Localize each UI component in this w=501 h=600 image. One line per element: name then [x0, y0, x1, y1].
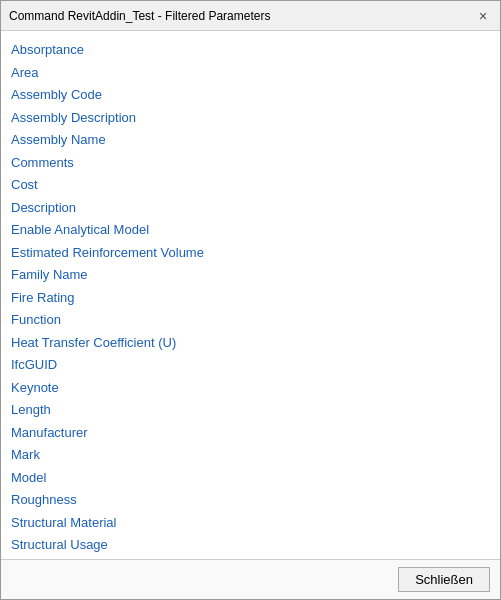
list-item[interactable]: Keynote [11, 377, 490, 399]
list-item[interactable]: Assembly Name [11, 129, 490, 151]
title-bar: Command RevitAddin_Test - Filtered Param… [1, 1, 500, 31]
window-close-button[interactable]: × [474, 7, 492, 25]
list-item[interactable]: Assembly Description [11, 107, 490, 129]
list-item[interactable]: Manufacturer [11, 422, 490, 444]
list-item[interactable]: Fire Rating [11, 287, 490, 309]
list-item[interactable]: Family Name [11, 264, 490, 286]
list-item[interactable]: Area [11, 62, 490, 84]
list-item[interactable]: Mark [11, 444, 490, 466]
parameter-list: AbsorptanceAreaAssembly CodeAssembly Des… [11, 39, 490, 559]
list-item[interactable]: Roughness [11, 489, 490, 511]
list-item[interactable]: Heat Transfer Coefficient (U) [11, 332, 490, 354]
window-title: Command RevitAddin_Test - Filtered Param… [9, 9, 270, 23]
list-item[interactable]: Structural Material [11, 512, 490, 534]
list-item[interactable]: Length [11, 399, 490, 421]
list-item[interactable]: Structural Usage [11, 534, 490, 556]
list-item[interactable]: Comments [11, 152, 490, 174]
content-area: AbsorptanceAreaAssembly CodeAssembly Des… [1, 31, 500, 559]
footer: Schließen [1, 559, 500, 599]
list-item[interactable]: Estimated Reinforcement Volume [11, 242, 490, 264]
list-item[interactable]: Assembly Code [11, 84, 490, 106]
list-item[interactable]: Enable Analytical Model [11, 219, 490, 241]
close-button[interactable]: Schließen [398, 567, 490, 592]
main-window: Command RevitAddin_Test - Filtered Param… [0, 0, 501, 600]
list-item[interactable]: Description [11, 197, 490, 219]
list-item[interactable]: Model [11, 467, 490, 489]
list-item[interactable]: Function [11, 309, 490, 331]
list-item[interactable]: Absorptance [11, 39, 490, 61]
list-item[interactable]: Cost [11, 174, 490, 196]
list-item[interactable]: IfcGUID [11, 354, 490, 376]
